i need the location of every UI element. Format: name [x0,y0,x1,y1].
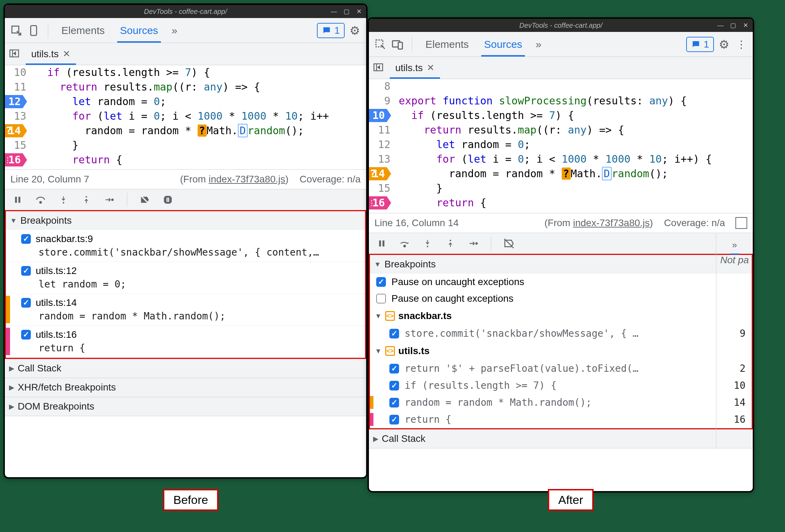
tab-sources[interactable]: Sources [478,32,528,57]
pause-icon[interactable] [10,192,25,207]
svg-point-7 [86,196,87,197]
maximize-icon[interactable]: ▢ [343,8,350,15]
checkbox-icon[interactable] [389,381,399,391]
tab-elements[interactable]: Elements [419,32,475,57]
maximize-icon[interactable]: ▢ [729,22,737,29]
line-gutter[interactable]: 10111213141516 [5,65,33,169]
settings-icon[interactable]: ⚙ [347,23,362,38]
source-map-link[interactable]: index-73f73a80.js [209,174,285,185]
expand-icon[interactable]: ▼ [10,217,17,225]
breakpoint-line[interactable]: return '$' + parseFloat(value).toFixed(…… [370,360,752,377]
not-paused-label: Not pa [720,255,749,266]
svg-rect-15 [379,240,381,246]
breakpoint-line[interactable]: return {16 [370,411,752,428]
svg-point-19 [450,240,451,241]
code-content[interactable]: export function slowProcessing(results: … [397,79,753,213]
file-tabs: utils.ts ✕ [5,43,366,65]
kebab-icon[interactable]: ⋮ [734,37,749,52]
checkbox-icon[interactable] [389,415,399,424]
code-editor[interactable]: 8910111213141516 export function slowPro… [369,79,753,213]
cursor-position: Line 16, Column 14 [374,217,459,229]
checkbox-icon[interactable] [389,329,399,338]
source-map-link[interactable]: index-73f73a80.js [573,217,650,228]
deactivate-breakpoints-icon[interactable] [502,236,516,251]
expand-panes-icon[interactable]: » [732,237,737,252]
issues-button[interactable]: 1 [686,37,714,52]
checkbox-icon[interactable] [21,298,31,308]
breakpoints-header[interactable]: ▼ Breakpoints [370,255,752,274]
breakpoint-line[interactable]: random = random * Math.random();14 [370,394,752,411]
breakpoint-item[interactable]: utils.ts:16return { [6,326,365,358]
breakpoint-group-header[interactable]: ▼<>utils.ts [370,342,752,360]
settings-icon[interactable]: ⚙ [717,37,731,52]
close-icon[interactable]: ✕ [742,22,749,29]
breakpoints-header[interactable]: ▼ Breakpoints [6,211,365,230]
step-into-icon[interactable] [420,236,435,251]
close-icon[interactable]: ✕ [355,8,363,15]
minimize-icon[interactable]: — [330,8,338,15]
checkbox-icon[interactable] [389,398,399,407]
inspect-icon[interactable] [373,37,388,52]
checkbox-icon[interactable] [389,364,399,374]
checkbox-icon[interactable] [376,294,386,303]
step-out-icon[interactable] [79,192,94,207]
step-icon[interactable] [102,192,117,207]
code-content[interactable]: if (results.length >= 7) { return result… [33,65,366,169]
debugger-toolbar [369,233,753,254]
step-into-icon[interactable] [56,192,71,207]
checkbox-icon[interactable] [21,266,31,276]
breakpoint-item[interactable]: utils.ts:12let random = 0; [6,262,365,294]
tab-elements[interactable]: Elements [55,18,111,43]
devtools-window-after: DevTools - coffee-cart.app/ — ▢ ✕ Elemen… [368,17,754,492]
svg-rect-13 [398,42,403,49]
inspect-icon[interactable] [9,23,24,38]
deactivate-breakpoints-icon[interactable] [138,192,152,207]
pause-icon[interactable] [374,236,389,251]
svg-rect-10 [168,197,169,202]
breakpoint-line[interactable]: if (results.length >= 7) {10 [370,377,752,394]
navigator-toggle-icon[interactable] [9,48,21,60]
issues-button[interactable]: 1 [317,23,345,38]
file-tab-utils[interactable]: utils.ts ✕ [26,43,76,65]
pause-uncaught-row[interactable]: Pause on uncaught exceptions [370,274,752,290]
breakpoint-item[interactable]: utils.ts:14random = random * Math.random… [6,294,365,326]
line-gutter[interactable]: 8910111213141516 [369,79,397,213]
step-over-icon[interactable] [397,236,412,251]
callstack-pane[interactable]: ▶Call Stack [5,359,366,378]
issues-count: 1 [334,25,340,36]
step-over-icon[interactable] [33,192,48,207]
checkbox-icon[interactable] [21,330,31,340]
checkbox-icon[interactable] [21,234,31,244]
breakpoint-group-header[interactable]: ▼<>snackbar.ts [370,307,752,325]
breakpoint-item[interactable]: snackbar.ts:9store.commit('snackbar/show… [6,230,365,262]
svg-point-8 [112,199,113,200]
tab-sources[interactable]: Sources [114,18,164,43]
step-out-icon[interactable] [443,236,458,251]
pause-exceptions-icon[interactable] [161,192,175,207]
titlebar: DevTools - coffee-cart.app/ — ▢ ✕ [5,5,366,18]
minimize-icon[interactable]: — [717,22,724,29]
file-tab-utils[interactable]: utils.ts ✕ [390,57,440,79]
cursor-position: Line 20, Column 7 [10,174,89,185]
navigator-toggle-icon[interactable] [373,62,385,74]
pretty-print-icon[interactable] [735,217,747,229]
step-icon[interactable] [466,236,481,251]
source-from: (From index-73f73a80.js) [180,174,288,185]
callstack-pane[interactable]: ▶Call Stack [369,429,753,448]
close-tab-icon[interactable]: ✕ [63,49,70,59]
close-tab-icon[interactable]: ✕ [427,62,434,73]
main-toolbar: Elements Sources » 1 ⚙ ⋮ [369,32,753,57]
more-tabs-icon[interactable]: » [531,37,546,52]
pause-caught-row[interactable]: Pause on caught exceptions [370,290,752,307]
checkbox-icon[interactable] [376,277,386,287]
device-icon[interactable] [26,23,41,38]
breakpoint-line[interactable]: store.commit('snackbar/showMessage', { …… [370,325,752,342]
more-tabs-icon[interactable]: » [167,23,182,38]
xhr-breakpoints-pane[interactable]: ▶XHR/fetch Breakpoints [5,378,366,397]
code-editor[interactable]: 10111213141516 if (results.length >= 7) … [5,65,366,169]
dom-breakpoints-pane[interactable]: ▶DOM Breakpoints [5,397,366,416]
expand-icon[interactable]: ▼ [374,260,381,268]
file-tab-label: utils.ts [395,62,423,74]
editor-statusbar: Line 16, Column 14 (From index-73f73a80.… [369,213,753,233]
device-icon[interactable] [390,37,405,52]
